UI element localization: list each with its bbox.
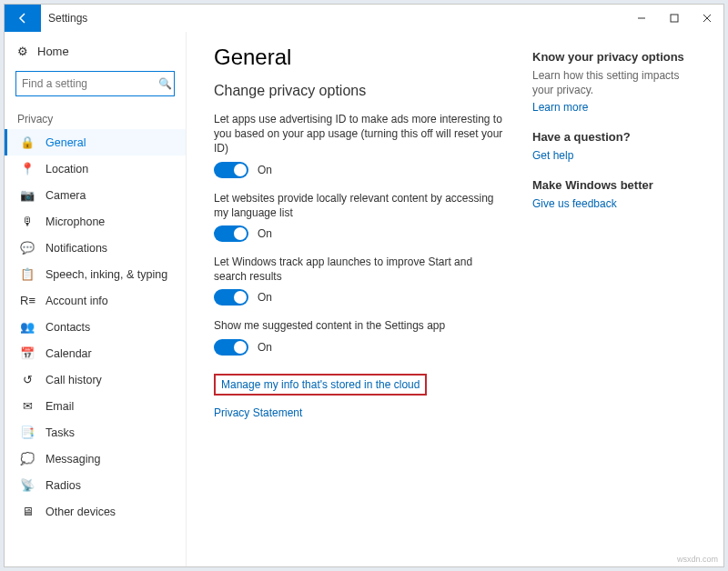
nav-icon: ✉ — [20, 399, 35, 413]
nav-icon: 🔒 — [20, 135, 35, 149]
nav-label: Calendar — [46, 347, 92, 360]
section-title: Change privacy options — [214, 83, 505, 99]
app-title: Settings — [48, 12, 87, 25]
nav-icon: 📅 — [20, 346, 35, 360]
toggle-state: On — [258, 341, 272, 354]
nav-icon: 👥 — [20, 320, 35, 334]
nav-icon: 💭 — [20, 452, 35, 466]
learn-more-link[interactable]: Learn more — [532, 101, 696, 114]
toggle-switch[interactable] — [214, 225, 248, 242]
manage-cloud-info-link[interactable]: Manage my info that's stored in the clou… — [221, 378, 420, 391]
get-help-link[interactable]: Get help — [532, 149, 696, 162]
option-text: Let apps use advertising ID to make ads … — [214, 112, 505, 156]
settings-window: Settings ⚙ Home 🔍 Privacy 🔒General — [4, 4, 724, 567]
watermark: wsxdn.com — [677, 555, 718, 564]
content-area: ⚙ Home 🔍 Privacy 🔒General📍Location📷Camer… — [5, 32, 723, 566]
page-title: General — [214, 45, 505, 70]
sidebar-item-email[interactable]: ✉Email — [5, 393, 186, 419]
titlebar: Settings — [5, 5, 723, 32]
nav-icon: R≡ — [20, 294, 35, 307]
info-title-2: Have a question? — [532, 130, 696, 144]
main-column: General Change privacy options Let apps … — [214, 45, 505, 554]
home-nav[interactable]: ⚙ Home — [5, 39, 186, 64]
nav-icon: 📡 — [20, 478, 35, 492]
gear-icon: ⚙ — [17, 45, 28, 58]
sidebar-item-call-history[interactable]: ↺Call history — [5, 366, 186, 393]
sidebar-item-calendar[interactable]: 📅Calendar — [5, 340, 186, 366]
nav-icon: 📋 — [20, 267, 35, 281]
nav-label: Camera — [46, 189, 86, 202]
nav-label: Tasks — [46, 426, 75, 439]
nav-list: 🔒General📍Location📷Camera🎙Microphone💬Noti… — [5, 129, 186, 525]
sidebar-item-other-devices[interactable]: 🖥Other devices — [5, 498, 186, 525]
toggle-switch[interactable] — [214, 339, 248, 356]
sidebar-item-messaging[interactable]: 💭Messaging — [5, 446, 186, 472]
group-label: Privacy — [5, 104, 186, 129]
nav-icon: 💬 — [20, 241, 35, 255]
nav-label: Other devices — [46, 506, 116, 518]
manage-cloud-info-link-highlighted[interactable]: Manage my info that's stored in the clou… — [214, 374, 427, 396]
main-panel: General Change privacy options Let apps … — [187, 32, 723, 566]
search-box[interactable]: 🔍 — [15, 71, 175, 96]
toggle-state: On — [258, 227, 272, 240]
sidebar-item-speech-inking-typing[interactable]: 📋Speech, inking, & typing — [5, 261, 186, 287]
nav-label: General — [46, 136, 86, 149]
close-button[interactable] — [691, 5, 723, 32]
back-button[interactable] — [5, 5, 41, 32]
feedback-link[interactable]: Give us feedback — [532, 197, 696, 210]
option-text: Let websites provide locally relevant co… — [214, 191, 505, 220]
nav-label: Messaging — [46, 453, 100, 466]
window-controls — [625, 5, 723, 32]
nav-label: Email — [46, 400, 74, 413]
toggle-state: On — [258, 291, 272, 304]
search-icon: 🔍 — [158, 77, 172, 90]
nav-label: Notifications — [46, 242, 107, 255]
nav-icon: 🎙 — [20, 215, 35, 228]
toggle-switch[interactable] — [214, 289, 248, 306]
nav-label: Account info — [46, 295, 108, 307]
nav-label: Call history — [46, 374, 102, 386]
toggle-switch[interactable] — [214, 162, 248, 178]
sidebar-item-location[interactable]: 📍Location — [5, 155, 186, 182]
option-text: Show me suggested content in the Setting… — [214, 318, 505, 333]
nav-label: Speech, inking, & typing — [46, 268, 167, 281]
home-label: Home — [37, 45, 69, 58]
info-title-3: Make Windows better — [532, 178, 696, 192]
nav-icon: 📍 — [20, 162, 35, 175]
sidebar-item-camera[interactable]: 📷Camera — [5, 182, 186, 208]
toggle-state: On — [258, 164, 272, 176]
toggle-row: On — [214, 225, 505, 242]
sidebar: ⚙ Home 🔍 Privacy 🔒General📍Location📷Camer… — [5, 32, 187, 566]
info-title-1: Know your privacy options — [532, 50, 696, 64]
option-text: Let Windows track app launches to improv… — [214, 255, 505, 284]
toggle-row: On — [214, 289, 505, 306]
nav-icon: 📑 — [20, 426, 35, 439]
nav-icon: 📷 — [20, 188, 35, 202]
nav-label: Contacts — [46, 321, 90, 334]
maximize-button[interactable] — [658, 5, 691, 32]
toggle-row: On — [214, 339, 505, 356]
sidebar-item-account-info[interactable]: R≡Account info — [5, 287, 186, 314]
nav-label: Radios — [46, 479, 81, 492]
nav-label: Microphone — [46, 215, 105, 228]
svg-rect-1 — [671, 15, 678, 22]
sidebar-item-tasks[interactable]: 📑Tasks — [5, 419, 186, 446]
privacy-statement-link[interactable]: Privacy Statement — [214, 406, 505, 419]
info-column: Know your privacy options Learn how this… — [532, 45, 696, 554]
sidebar-item-general[interactable]: 🔒General — [5, 129, 186, 155]
nav-label: Location — [46, 163, 88, 175]
nav-icon: ↺ — [20, 373, 35, 386]
minimize-button[interactable] — [625, 5, 658, 32]
sidebar-item-radios[interactable]: 📡Radios — [5, 472, 186, 498]
info-text-1: Learn how this setting impacts your priv… — [532, 69, 696, 97]
sidebar-item-contacts[interactable]: 👥Contacts — [5, 314, 186, 340]
toggle-row: On — [214, 162, 505, 178]
search-input[interactable] — [22, 77, 158, 90]
nav-icon: 🖥 — [20, 505, 35, 518]
sidebar-item-microphone[interactable]: 🎙Microphone — [5, 208, 186, 235]
options-list: Let apps use advertising ID to make ads … — [214, 112, 505, 356]
sidebar-item-notifications[interactable]: 💬Notifications — [5, 235, 186, 261]
